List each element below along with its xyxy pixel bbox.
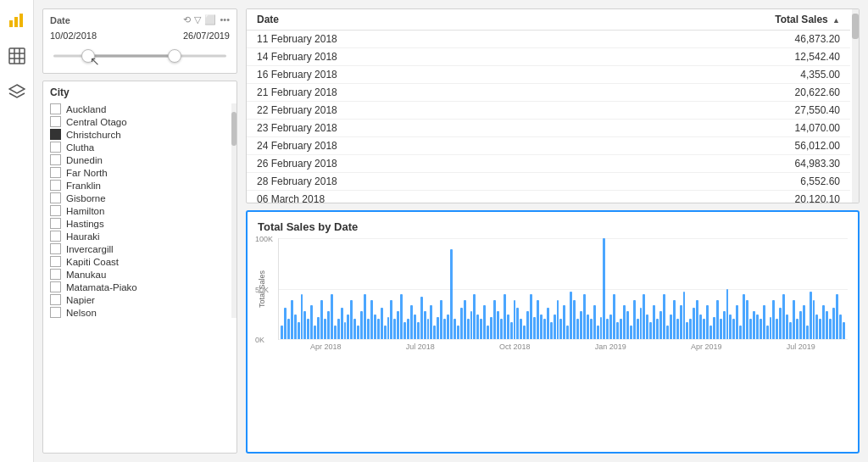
- city-checkbox[interactable]: [50, 231, 61, 242]
- chart-bar: [803, 305, 805, 339]
- city-filter-title: City: [50, 86, 236, 98]
- chart-bar: [806, 326, 809, 339]
- chart-bar: [353, 319, 356, 339]
- city-item[interactable]: Auckland: [50, 103, 231, 114]
- chart-bar: [566, 326, 569, 339]
- city-checkbox[interactable]: [50, 142, 61, 153]
- chart-bar: [819, 319, 821, 339]
- city-item[interactable]: Hamilton: [50, 205, 231, 216]
- city-filter-scroll: AucklandCentral OtagoChristchurchCluthaD…: [50, 103, 236, 318]
- table-body: 11 February 201846,873.2014 February 201…: [247, 31, 850, 203]
- chart-bar: [367, 319, 370, 339]
- table-row[interactable]: 28 February 20186,552.60: [247, 173, 850, 191]
- city-checkbox[interactable]: [50, 103, 61, 114]
- slider-thumb-right[interactable]: [168, 49, 181, 63]
- city-checkbox[interactable]: [50, 294, 61, 305]
- chart-bar: [437, 317, 439, 339]
- chart-bar: [504, 294, 506, 339]
- city-name: Kapiti Coast: [66, 257, 119, 267]
- chart-bar: [640, 308, 643, 339]
- sales-column-header[interactable]: Total Sales ▲: [573, 9, 850, 31]
- city-item[interactable]: Hastings: [50, 218, 231, 229]
- filter-icon[interactable]: ▽: [194, 14, 201, 25]
- chart-bar: [683, 292, 686, 339]
- city-name: Hamilton: [66, 206, 104, 216]
- chart-bar: [427, 319, 430, 339]
- city-checkbox[interactable]: [50, 180, 61, 191]
- city-item[interactable]: Christchurch: [50, 129, 231, 140]
- date-slider[interactable]: ↖: [53, 47, 226, 64]
- city-item[interactable]: Matamata-Piako: [50, 281, 231, 292]
- city-item[interactable]: Dunedin: [50, 154, 231, 165]
- city-checkbox[interactable]: [50, 205, 61, 216]
- table-row[interactable]: 24 February 201856,012.00: [247, 137, 850, 155]
- city-item[interactable]: Far North: [50, 167, 231, 178]
- city-checkbox[interactable]: [50, 167, 61, 178]
- chart-bar: [344, 322, 347, 339]
- chart-bar: [593, 305, 596, 339]
- table-row[interactable]: 14 February 201812,542.40: [247, 48, 850, 66]
- chart-bar: [646, 314, 648, 339]
- city-item[interactable]: Central Otago: [50, 116, 231, 127]
- city-item[interactable]: Gisborne: [50, 192, 231, 203]
- city-checkbox[interactable]: [50, 218, 61, 229]
- table-row[interactable]: 23 February 201814,070.00: [247, 120, 850, 137]
- city-checkbox[interactable]: [50, 192, 61, 203]
- bar-chart-icon[interactable]: [5, 8, 29, 32]
- table-row[interactable]: 11 February 201846,873.20: [247, 31, 850, 48]
- chart-bar: [550, 322, 553, 339]
- chart-bar: [843, 322, 845, 339]
- city-checkbox[interactable]: [50, 154, 61, 165]
- chart-bar: [815, 314, 818, 339]
- city-checkbox[interactable]: [50, 256, 61, 267]
- city-checkbox[interactable]: [50, 307, 61, 318]
- table-row[interactable]: 06 March 201820,120.10: [247, 191, 850, 203]
- table-row[interactable]: 21 February 201820,622.60: [247, 84, 850, 102]
- city-item[interactable]: Franklin: [50, 180, 231, 191]
- table-cell-sales: 56,012.00: [573, 137, 850, 155]
- chart-bar: [510, 322, 513, 339]
- city-item[interactable]: Manukau: [50, 269, 231, 280]
- city-item[interactable]: Clutha: [50, 142, 231, 153]
- table-row[interactable]: 16 February 20184,355.00: [247, 66, 850, 84]
- more-icon[interactable]: •••: [220, 14, 230, 25]
- chart-bar: [772, 300, 775, 339]
- chart-bar: [716, 300, 719, 339]
- chart-bar: [673, 300, 676, 339]
- city-item[interactable]: Napier: [50, 294, 231, 305]
- city-checkbox[interactable]: [50, 116, 61, 127]
- city-item[interactable]: Hauraki: [50, 231, 231, 242]
- main-content: Date ⟲ ▽ ⬜ ••• 10/02/2018 26/07/2019 ↖: [34, 0, 868, 462]
- city-checkbox[interactable]: [50, 243, 61, 254]
- chart-bar: [613, 294, 615, 339]
- city-checkbox[interactable]: [50, 281, 61, 292]
- table-cell-sales: 20,120.10: [573, 191, 850, 203]
- city-scrollbar-thumb[interactable]: [231, 112, 236, 146]
- chart-bar: [587, 314, 589, 339]
- chart-bar: [407, 319, 409, 339]
- city-name: Hauraki: [66, 231, 100, 242]
- date-column-header[interactable]: Date: [247, 9, 573, 31]
- city-checkbox[interactable]: [50, 129, 61, 140]
- table-cell-date: 21 February 2018: [247, 84, 573, 102]
- table-scrollbar[interactable]: [852, 9, 859, 203]
- city-name: Clutha: [66, 142, 94, 153]
- city-checkbox[interactable]: [50, 269, 61, 280]
- slicer-reset-icon[interactable]: ⟲: [183, 14, 191, 25]
- layers-icon[interactable]: [5, 80, 29, 103]
- chart-bar: [357, 326, 359, 339]
- resize-icon[interactable]: ⬜: [204, 14, 216, 25]
- city-item[interactable]: Invercargill: [50, 243, 231, 254]
- chart-bar: [460, 308, 463, 339]
- table-row[interactable]: 22 February 201827,550.40: [247, 102, 850, 120]
- city-item[interactable]: Kapiti Coast: [50, 256, 231, 267]
- table-scrollbar-thumb[interactable]: [852, 14, 859, 39]
- chart-bar: [656, 319, 659, 339]
- chart-bar: [397, 311, 399, 339]
- city-item[interactable]: Nelson: [50, 307, 231, 318]
- city-scrollbar[interactable]: [231, 103, 236, 318]
- table-row[interactable]: 26 February 201864,983.30: [247, 155, 850, 173]
- chart-bar: [364, 294, 366, 339]
- chart-bar: [573, 300, 576, 339]
- table-icon[interactable]: [5, 44, 29, 68]
